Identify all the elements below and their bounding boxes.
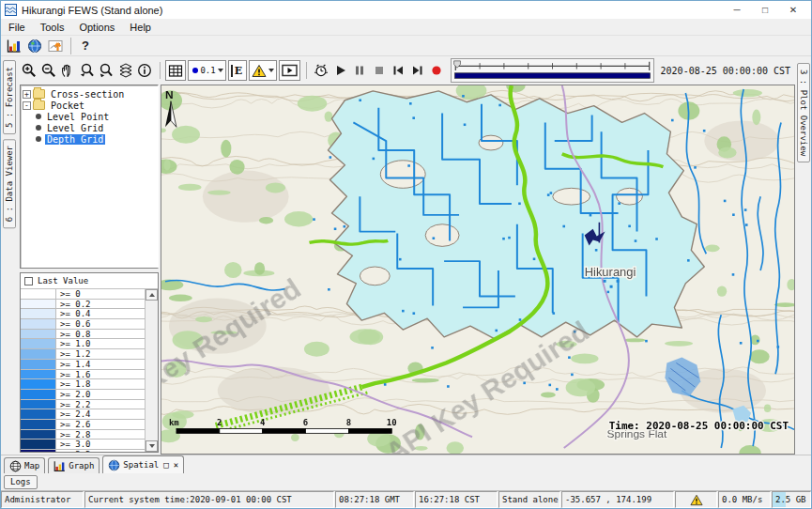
tab-forecast[interactable]: 5 : Forecast: [3, 60, 16, 134]
record-icon: [430, 64, 443, 77]
zoom-next-button[interactable]: [97, 61, 116, 80]
last-value-checkbox[interactable]: [24, 277, 33, 285]
scroll-up-icon[interactable]: [146, 289, 158, 301]
map-display-button[interactable]: [24, 37, 45, 55]
animation-settings-button[interactable]: [312, 61, 331, 80]
legend-row-label: >= 2.2: [56, 400, 145, 409]
legend-row[interactable]: >= 2.0: [21, 390, 145, 400]
app-logo-icon: [5, 4, 17, 16]
tab-data-viewer[interactable]: 6 : Data Viewer: [3, 139, 16, 228]
stop-button[interactable]: [370, 61, 390, 80]
legend-row[interactable]: >= 1.8: [21, 379, 145, 390]
movie-player-button[interactable]: [279, 60, 300, 81]
last-frame-button[interactable]: [408, 61, 428, 80]
legend-swatch: [21, 430, 56, 440]
zoom-out-button[interactable]: [39, 61, 59, 80]
zoom-in-button[interactable]: [20, 61, 39, 80]
tab-plot-overview[interactable]: 3 : Plot Overview: [797, 63, 810, 162]
legend-row-label: >= 3.2: [56, 450, 145, 452]
bullet-icon: [36, 114, 41, 119]
pan-button[interactable]: [58, 61, 78, 80]
info-button[interactable]: [135, 61, 155, 80]
menu-help[interactable]: Help: [122, 21, 159, 34]
svg-text:2: 2: [217, 419, 222, 428]
menu-options[interactable]: Options: [71, 21, 122, 34]
legend-row[interactable]: >= 1.0: [21, 339, 145, 349]
time-slider-thumb[interactable]: [453, 61, 460, 68]
panel-close-icon[interactable]: ✕: [174, 460, 178, 470]
tree-item-cross-section[interactable]: + Cross-section: [23, 88, 158, 100]
layers-icon: [118, 63, 133, 78]
elevation-scale-button[interactable]: E: [228, 60, 247, 81]
record-button[interactable]: [427, 61, 447, 80]
legend-row[interactable]: >= 2.2: [21, 400, 145, 410]
legend-row[interactable]: >= 0.4: [21, 309, 145, 319]
legend-row-label: >= 1.4: [56, 360, 145, 369]
minimize-button[interactable]: ─: [723, 2, 751, 18]
warning-icon: [252, 64, 267, 78]
grid-display-button[interactable]: [165, 60, 186, 81]
pause-button[interactable]: [350, 61, 370, 80]
tab-map[interactable]: Map: [4, 457, 45, 473]
legend-row[interactable]: >= 1.6: [21, 370, 145, 380]
map-canvas[interactable]: API Key Required API Key Required: [161, 85, 795, 455]
legend-row[interactable]: >= 1.4: [21, 360, 145, 370]
app-window: Hikurangi FEWS (Stand alone) ─ □ ✕ File …: [0, 0, 812, 509]
legend-row-label: >= 1.0: [56, 339, 145, 348]
legend-scrollbar[interactable]: [146, 289, 158, 452]
threshold-value: 0.1: [200, 66, 215, 75]
tree-item-level-grid[interactable]: Level Grid: [23, 122, 158, 133]
zoom-previous-button[interactable]: [78, 61, 98, 80]
legend-row[interactable]: >= 0.6: [21, 319, 145, 330]
legend-row-label: >= 2.6: [56, 420, 145, 429]
logs-button[interactable]: Logs: [4, 475, 38, 489]
tab-spatial[interactable]: Spatial □ ✕: [102, 455, 184, 473]
zoom-next-icon: [99, 63, 114, 78]
legend-swatch: [21, 349, 56, 359]
legend-row[interactable]: >= 2.6: [21, 420, 145, 430]
legend-swatch: [21, 339, 56, 348]
layers-button[interactable]: [116, 61, 136, 80]
legend-row[interactable]: >= 0.2: [21, 300, 145, 310]
legend-row[interactable]: >= 3.2: [21, 450, 145, 452]
menu-file[interactable]: File: [1, 21, 33, 34]
first-frame-button[interactable]: [389, 61, 408, 80]
legend-row[interactable]: >= 3.0: [21, 440, 145, 450]
legend-swatch: [21, 309, 56, 318]
statistics-button[interactable]: [4, 37, 24, 55]
legend-row[interactable]: >= 0.8: [21, 330, 145, 340]
tab-map-label: Map: [24, 461, 39, 470]
stop-icon: [373, 64, 386, 77]
maximize-button[interactable]: □: [751, 2, 779, 18]
time-slider[interactable]: [451, 58, 654, 83]
close-button[interactable]: ✕: [779, 2, 807, 18]
tab-graph-label: Graph: [69, 461, 94, 470]
legend-row[interactable]: >= 1.2: [21, 349, 145, 360]
legend-row-label: >= 2.0: [56, 390, 145, 399]
tree-item-depth-grid[interactable]: Depth Grid: [23, 133, 158, 145]
tree-item-pocket[interactable]: - Pocket: [23, 100, 158, 111]
contour-threshold-dropdown[interactable]: 0.1: [188, 60, 225, 81]
legend-swatch: [21, 370, 56, 379]
legend-row[interactable]: >= 2.4: [21, 409, 145, 420]
scroll-down-icon[interactable]: [146, 440, 158, 452]
panel-maximize-icon[interactable]: □: [163, 460, 168, 470]
warning-layer-dropdown[interactable]: [249, 60, 277, 81]
bullet-icon: [36, 125, 41, 131]
tree-item-label: Depth Grid: [45, 134, 105, 145]
menu-tools[interactable]: Tools: [33, 21, 72, 34]
legend-swatch: [21, 330, 56, 339]
profile-button[interactable]: [45, 37, 66, 55]
zoom-previous-icon: [80, 63, 95, 78]
tab-spatial-label: Spatial: [123, 460, 159, 470]
play-button[interactable]: [331, 61, 351, 80]
legend-row[interactable]: >= 0: [21, 289, 145, 300]
expander-icon[interactable]: +: [23, 90, 31, 99]
legend-row[interactable]: >= 2.8: [21, 430, 145, 440]
grid-icon: [168, 64, 183, 78]
tab-graph[interactable]: Graph: [48, 457, 100, 473]
tree-item-level-point[interactable]: Level Point: [23, 111, 158, 122]
expander-icon[interactable]: -: [23, 101, 31, 110]
help-button[interactable]: ?: [76, 39, 95, 53]
status-warning-cell[interactable]: [675, 491, 717, 508]
